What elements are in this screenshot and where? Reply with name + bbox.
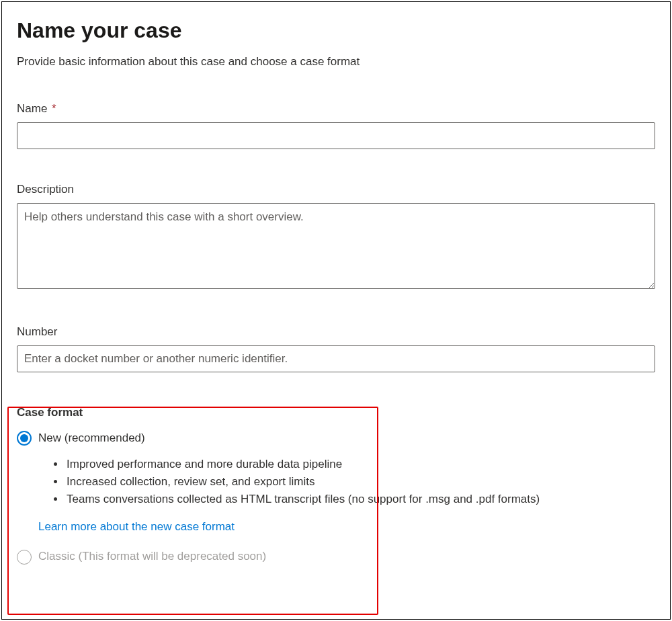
radio-label-classic: Classic (This format will be deprecated … bbox=[38, 548, 266, 565]
description-textarea[interactable] bbox=[17, 203, 655, 289]
radio-option-classic[interactable]: Classic (This format will be deprecated … bbox=[17, 548, 655, 565]
feature-item: Teams conversations collected as HTML tr… bbox=[65, 491, 655, 508]
page-title: Name your case bbox=[17, 18, 655, 43]
description-label: Description bbox=[17, 183, 655, 196]
radio-option-new[interactable]: New (recommended) bbox=[17, 430, 655, 446]
case-format-group: Case format New (recommended) Improved p… bbox=[17, 406, 655, 565]
number-input[interactable] bbox=[17, 345, 655, 372]
new-format-features: Improved performance and more durable da… bbox=[65, 456, 655, 508]
number-field-group: Number bbox=[17, 325, 655, 372]
page-subtitle: Provide basic information about this cas… bbox=[17, 55, 655, 69]
case-format-label: Case format bbox=[17, 406, 655, 419]
feature-item: Improved performance and more durable da… bbox=[65, 456, 655, 473]
name-input[interactable] bbox=[17, 122, 655, 149]
name-field-group: Name * bbox=[17, 102, 655, 149]
radio-label-new: New (recommended) bbox=[38, 430, 145, 446]
learn-more-link[interactable]: Learn more about the new case format bbox=[38, 520, 235, 534]
description-field-group: Description bbox=[17, 183, 655, 292]
number-label: Number bbox=[17, 325, 655, 339]
radio-icon bbox=[17, 550, 32, 565]
name-label-text: Name bbox=[17, 102, 47, 115]
required-indicator: * bbox=[52, 102, 56, 115]
feature-item: Increased collection, review set, and ex… bbox=[65, 473, 655, 491]
name-your-case-panel: Name your case Provide basic information… bbox=[1, 1, 671, 620]
radio-icon bbox=[17, 431, 32, 446]
name-label: Name * bbox=[17, 102, 655, 116]
